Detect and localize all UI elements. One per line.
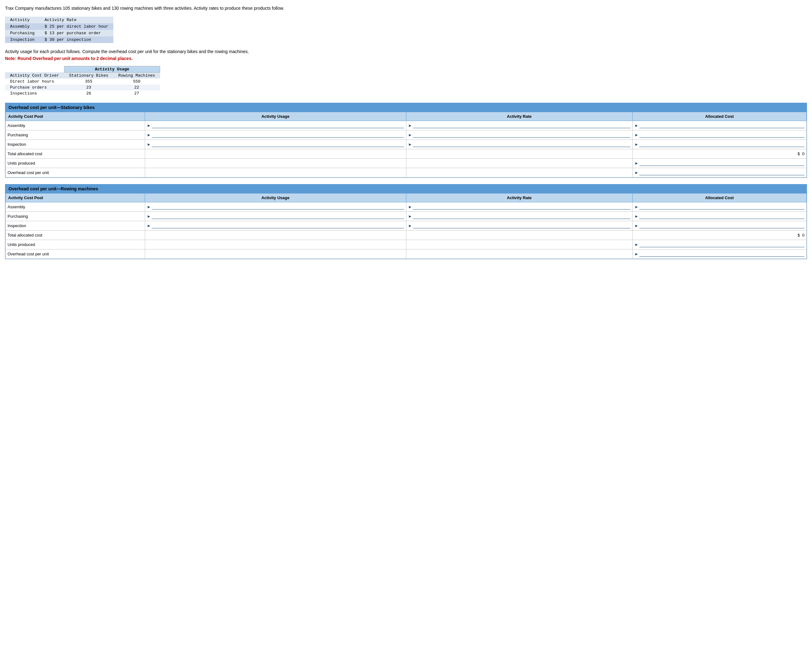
stat-purchasing-rate-input[interactable]	[413, 132, 631, 138]
stat-units-input[interactable]	[639, 160, 804, 166]
stat-purchasing-allocated-arrow: ►	[635, 132, 639, 137]
row-assembly-rate-arrow: ►	[408, 204, 412, 209]
stat-inspection-rate-cell[interactable]: ►	[406, 140, 632, 149]
row-purchasing-rate-input[interactable]	[413, 213, 631, 219]
row-inspection-usage-input[interactable]	[152, 223, 404, 228]
row-inspection-rate-cell[interactable]: ►	[406, 221, 632, 230]
row-total-empty1	[145, 230, 406, 240]
activity-inspection-rate: $ 30 per inspection	[40, 37, 114, 43]
row-inspection-rate-input[interactable]	[413, 223, 631, 228]
stat-units-arrow: ►	[635, 161, 639, 166]
stat-assembly-usage-cell[interactable]: ►	[145, 121, 406, 130]
row-assembly-allocated-cell[interactable]: ►	[632, 202, 806, 211]
stat-inspection-rate-input[interactable]	[413, 141, 631, 147]
row-units-arrow: ►	[635, 242, 639, 247]
stationary-bikes-section: Overhead cost per unit—Stationary bikes …	[5, 103, 807, 178]
row-inspection-label: Inspection	[6, 221, 145, 230]
stat-units-empty2	[406, 158, 632, 168]
row-inspection-allocated-input[interactable]	[639, 223, 804, 228]
row-purchasing-rate-cell[interactable]: ►	[406, 211, 632, 221]
activity-assembly-rate: $ 25 per direct labor hour	[40, 23, 114, 30]
stat-purchasing-usage-input[interactable]	[152, 132, 404, 138]
stat-assembly-rate-cell[interactable]: ►	[406, 121, 632, 130]
row-col-rate: Activity Rate	[406, 193, 632, 202]
stat-total-empty2	[406, 149, 632, 158]
rowing-title: Overhead cost per unit—Rowing machines	[5, 185, 807, 193]
row-purchasing-usage-input[interactable]	[152, 213, 404, 219]
stat-col-pool: Activity Cost Pool	[6, 112, 145, 121]
stat-inspection-allocated-arrow: ►	[635, 142, 639, 147]
rowing-grid-table: Activity Cost Pool Activity Usage Activi…	[5, 193, 807, 259]
stationary-title: Overhead cost per unit—Stationary bikes	[5, 103, 807, 112]
row-total-empty2	[406, 230, 632, 240]
stat-assembly-usage-input[interactable]	[152, 123, 404, 128]
stat-inspection-allocated-input[interactable]	[639, 141, 804, 147]
row-assembly-usage-input[interactable]	[152, 204, 404, 209]
row-inspection-allocated-cell[interactable]: ►	[632, 221, 806, 230]
row-purchasing-allocated-arrow: ►	[635, 214, 639, 218]
dlh-stationary: 355	[64, 78, 114, 85]
row-units-input[interactable]	[639, 241, 804, 247]
stat-assembly-allocated-arrow: ►	[635, 123, 639, 128]
row-inspection-row: Inspection ► ► ►	[6, 221, 807, 230]
usage-group-header: Activity Usage	[64, 66, 160, 72]
row-purchasing-usage-cell[interactable]: ►	[145, 211, 406, 221]
round-note: Note: Round Overhead per unit amounts to…	[5, 56, 132, 61]
row-overhead-row: Overhead cost per unit ►	[6, 249, 807, 258]
stat-purchasing-allocated-cell[interactable]: ►	[632, 130, 806, 140]
stat-assembly-allocated-cell[interactable]: ►	[632, 121, 806, 130]
row-assembly-usage-cell[interactable]: ►	[145, 202, 406, 211]
rate-col-header: Activity Rate	[40, 17, 114, 23]
driver-col-header: Activity Cost Driver	[5, 72, 64, 78]
po-stationary: 23	[64, 85, 114, 91]
stat-assembly-rate-input[interactable]	[413, 123, 631, 128]
stat-overhead-label: Overhead cost per unit	[6, 168, 145, 177]
row-assembly-rate-input[interactable]	[413, 204, 631, 209]
row-col-usage: Activity Usage	[145, 193, 406, 202]
row-purchasing-label: Purchasing	[6, 211, 145, 221]
stat-units-row: Units produced ►	[6, 158, 807, 168]
stat-assembly-usage-arrow: ►	[147, 123, 151, 128]
stat-purchasing-usage-cell[interactable]: ►	[145, 130, 406, 140]
stat-assembly-rate-arrow: ►	[408, 123, 412, 128]
row-overhead-input-cell[interactable]: ►	[632, 249, 806, 258]
stat-inspection-usage-input[interactable]	[152, 141, 404, 147]
row-total-dollar: $	[798, 233, 800, 237]
activity-col-header: Activity	[5, 17, 40, 23]
usage-note: Activity usage for each product follows.…	[5, 48, 807, 62]
row-assembly-label: Assembly	[6, 202, 145, 211]
row-col-pool: Activity Cost Pool	[6, 193, 145, 202]
row-overhead-input[interactable]	[639, 251, 804, 257]
stat-overhead-input-cell[interactable]: ►	[632, 168, 806, 177]
stat-overhead-empty2	[406, 168, 632, 177]
stat-inspection-rate-arrow: ►	[408, 142, 412, 147]
row-purchasing-allocated-input[interactable]	[639, 213, 804, 219]
activity-assembly-label: Assembly	[5, 23, 40, 30]
stat-purchasing-allocated-input[interactable]	[639, 132, 804, 138]
row-assembly-rate-cell[interactable]: ►	[406, 202, 632, 211]
rowing-col-header: Rowing Machines	[114, 72, 160, 78]
stat-col-usage: Activity Usage	[145, 112, 406, 121]
row-units-input-cell[interactable]: ►	[632, 240, 806, 249]
dlh-rowing: 550	[114, 78, 160, 85]
stat-inspection-allocated-cell[interactable]: ►	[632, 140, 806, 149]
stat-purchasing-rate-cell[interactable]: ►	[406, 130, 632, 140]
po-rowing: 22	[114, 85, 160, 91]
row-overhead-label: Overhead cost per unit	[6, 249, 145, 258]
stat-inspection-usage-cell[interactable]: ►	[145, 140, 406, 149]
stat-units-input-cell[interactable]: ►	[632, 158, 806, 168]
stationary-grid-table: Activity Cost Pool Activity Usage Activi…	[5, 112, 807, 177]
row-units-empty1	[145, 240, 406, 249]
stat-overhead-empty1	[145, 168, 406, 177]
activity-inspection-label: Inspection	[5, 37, 40, 43]
insp-label: Inspections	[5, 91, 64, 97]
dlh-label: Direct labor hours	[5, 78, 64, 85]
row-purchasing-allocated-cell[interactable]: ►	[632, 211, 806, 221]
row-inspection-usage-cell[interactable]: ►	[145, 221, 406, 230]
stat-overhead-input[interactable]	[639, 170, 804, 175]
stat-assembly-allocated-input[interactable]	[639, 123, 804, 128]
stat-assembly-row: Assembly ► ► ►	[6, 121, 807, 130]
stat-overhead-row: Overhead cost per unit ►	[6, 168, 807, 177]
row-assembly-allocated-input[interactable]	[639, 204, 804, 209]
stat-total-row: Total allocated cost $ 0	[6, 149, 807, 158]
